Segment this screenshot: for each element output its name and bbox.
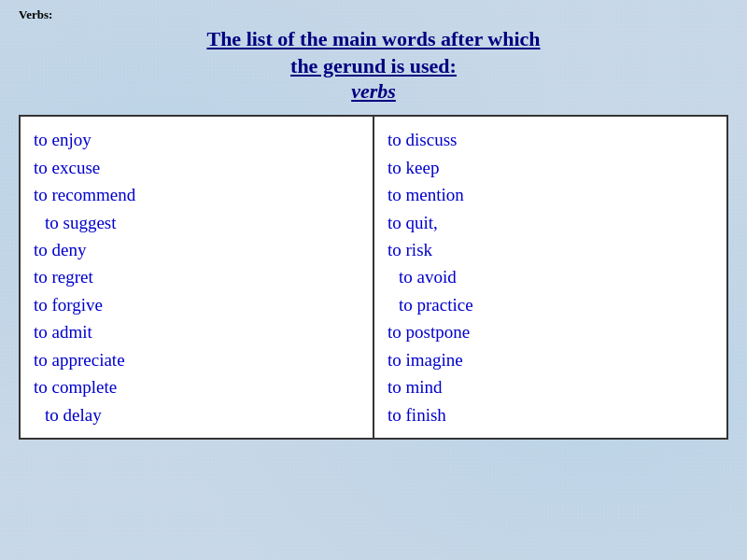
right-item-9: to mind <box>388 373 717 400</box>
left-item-5: to regret <box>34 263 363 290</box>
page-container: Verbs: The list of the main words after … <box>0 0 747 560</box>
main-table: to enjoyto excuseto recommendto suggestt… <box>19 115 728 440</box>
right-item-0: to discuss <box>388 126 717 153</box>
right-item-6: to practice <box>388 291 717 318</box>
left-item-2: to recommend <box>34 181 363 208</box>
title-line3: verbs <box>19 79 728 104</box>
left-item-10: to delay <box>34 401 363 428</box>
title-line1: The list of the main words after which <box>19 26 728 53</box>
verbs-label: Verbs: <box>19 7 728 22</box>
right-item-7: to postpone <box>388 318 717 345</box>
left-item-8: to appreciate <box>34 346 363 373</box>
title-line2: the gerund is used: <box>19 53 728 80</box>
left-item-6: to forgive <box>34 291 363 318</box>
right-item-8: to imagine <box>388 346 717 373</box>
right-item-10: to finish <box>388 401 717 428</box>
left-item-1: to excuse <box>34 154 363 181</box>
left-item-3: to suggest <box>34 209 363 236</box>
right-item-1: to keep <box>388 154 717 181</box>
left-item-0: to enjoy <box>34 126 363 153</box>
right-item-4: to risk <box>388 236 717 263</box>
left-column: to enjoyto excuseto recommendto suggestt… <box>21 117 374 438</box>
right-column: to discussto keepto mentionto quit,to ri… <box>374 117 726 438</box>
right-item-5: to avoid <box>388 263 717 290</box>
title-section: The list of the main words after which t… <box>19 26 728 104</box>
right-item-2: to mention <box>388 181 717 208</box>
left-item-7: to admit <box>34 318 363 345</box>
left-item-4: to deny <box>34 236 363 263</box>
right-item-3: to quit, <box>388 209 717 236</box>
left-item-9: to complete <box>34 373 363 400</box>
